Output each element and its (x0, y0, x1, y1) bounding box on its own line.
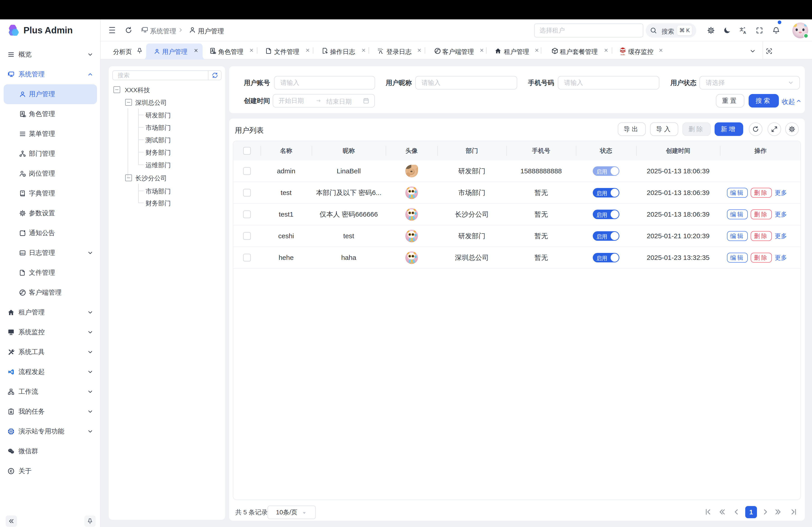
svg-text:文: 文 (739, 27, 743, 32)
svg-text:DEV: DEV (20, 252, 25, 255)
svg-text:redis: redis (621, 54, 625, 56)
svg-text:A: A (743, 30, 746, 35)
